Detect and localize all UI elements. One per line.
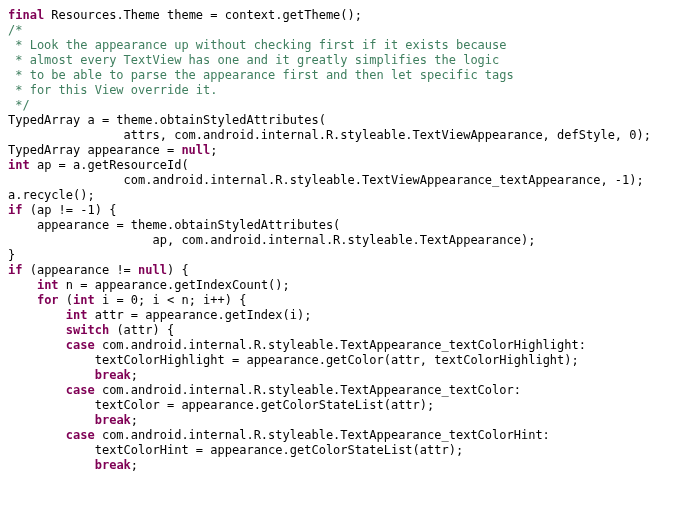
keyword: null (138, 263, 167, 277)
code-line: if (appearance != null) { (8, 263, 673, 278)
keyword: int (37, 278, 66, 292)
code-text: i = 0; i < n; i++) { (102, 293, 247, 307)
keyword: break (95, 368, 131, 382)
code-text: TypedArray a = theme.obtainStyledAttribu… (8, 113, 326, 127)
code-text: ap, com.android.internal.R.styleable.Tex… (153, 233, 536, 247)
code-line: switch (attr) { (8, 323, 673, 338)
code-text: (ap != -1) { (30, 203, 117, 217)
code-line: TypedArray a = theme.obtainStyledAttribu… (8, 113, 673, 128)
code-text: ap = a.getResourceId( (37, 158, 189, 172)
keyword: break (95, 413, 131, 427)
keyword: for (37, 293, 66, 307)
code-text: textColor = appearance.getColorStateList… (95, 398, 435, 412)
code-text: ; (210, 143, 217, 157)
code-line: textColorHint = appearance.getColorState… (8, 443, 673, 458)
code-line: if (ap != -1) { (8, 203, 673, 218)
code-line: case com.android.internal.R.styleable.Te… (8, 338, 673, 353)
keyword: final (8, 8, 51, 22)
code-text: } (8, 248, 15, 262)
keyword: switch (66, 323, 117, 337)
code-text: a.recycle(); (8, 188, 95, 202)
code-line: break; (8, 413, 673, 428)
code-line: for (int i = 0; i < n; i++) { (8, 293, 673, 308)
code-text: attr = appearance.getIndex(i); (95, 308, 312, 322)
code-text: n = appearance.getIndexCount(); (66, 278, 290, 292)
code-block: final Resources.Theme theme = context.ge… (8, 8, 673, 473)
code-text: TypedArray appearance = (8, 143, 181, 157)
code-line: */ (8, 98, 673, 113)
code-line: /* (8, 23, 673, 38)
code-line: * to be able to parse the appearance fir… (8, 68, 673, 83)
code-text: attrs, com.android.internal.R.styleable.… (124, 128, 651, 142)
comment: * to be able to parse the appearance fir… (8, 68, 514, 82)
code-text: appearance = theme.obtainStyledAttribute… (37, 218, 340, 232)
code-line: attrs, com.android.internal.R.styleable.… (8, 128, 673, 143)
keyword: if (8, 203, 30, 217)
code-line: textColor = appearance.getColorStateList… (8, 398, 673, 413)
code-text: (attr) { (116, 323, 174, 337)
keyword: null (181, 143, 210, 157)
code-text: (appearance != (30, 263, 138, 277)
keyword: int (8, 158, 37, 172)
code-line: int n = appearance.getIndexCount(); (8, 278, 673, 293)
keyword: int (66, 308, 95, 322)
code-line: TypedArray appearance = null; (8, 143, 673, 158)
code-line: * almost every TextView has one and it g… (8, 53, 673, 68)
code-line: } (8, 248, 673, 263)
code-line: ap, com.android.internal.R.styleable.Tex… (8, 233, 673, 248)
comment: * for this View override it. (8, 83, 218, 97)
code-text: ) { (167, 263, 189, 277)
code-line: final Resources.Theme theme = context.ge… (8, 8, 673, 23)
comment: * Look the appearance up without checkin… (8, 38, 507, 52)
code-line: break; (8, 458, 673, 473)
code-line: a.recycle(); (8, 188, 673, 203)
code-text: com.android.internal.R.styleable.TextApp… (102, 338, 586, 352)
code-line: int attr = appearance.getIndex(i); (8, 308, 673, 323)
code-line: textColorHighlight = appearance.getColor… (8, 353, 673, 368)
keyword: case (66, 338, 102, 352)
comment: */ (8, 98, 30, 112)
keyword: break (95, 458, 131, 472)
code-line: int ap = a.getResourceId( (8, 158, 673, 173)
keyword: int (73, 293, 102, 307)
code-line: case com.android.internal.R.styleable.Te… (8, 428, 673, 443)
keyword: case (66, 383, 102, 397)
code-text: ; (131, 458, 138, 472)
code-line: * Look the appearance up without checkin… (8, 38, 673, 53)
keyword: case (66, 428, 102, 442)
code-text: textColorHighlight = appearance.getColor… (95, 353, 579, 367)
code-line: com.android.internal.R.styleable.TextVie… (8, 173, 673, 188)
code-line: appearance = theme.obtainStyledAttribute… (8, 218, 673, 233)
code-text: com.android.internal.R.styleable.TextVie… (124, 173, 644, 187)
code-text: ; (131, 413, 138, 427)
code-text: com.android.internal.R.styleable.TextApp… (102, 383, 521, 397)
keyword: if (8, 263, 30, 277)
code-text: ( (66, 293, 73, 307)
code-text: ; (131, 368, 138, 382)
code-text: Resources.Theme theme = context.getTheme… (51, 8, 362, 22)
code-line: * for this View override it. (8, 83, 673, 98)
code-text: com.android.internal.R.styleable.TextApp… (102, 428, 550, 442)
comment: * almost every TextView has one and it g… (8, 53, 499, 67)
comment: /* (8, 23, 22, 37)
code-text: textColorHint = appearance.getColorState… (95, 443, 463, 457)
code-line: case com.android.internal.R.styleable.Te… (8, 383, 673, 398)
code-line: break; (8, 368, 673, 383)
